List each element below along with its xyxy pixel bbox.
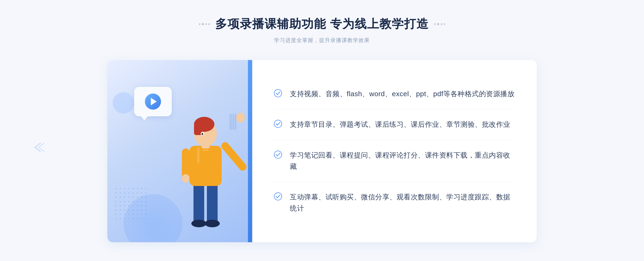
svg-rect-1 xyxy=(207,181,218,223)
play-icon xyxy=(145,94,161,110)
illustration-panel xyxy=(107,60,252,242)
page-wrapper: 多项录播课辅助功能 专为线上教学打造 学习进度全掌握，提升录播课教学效果 xyxy=(0,0,644,261)
feature-text-3: 学习笔记回看、课程提问、课程评论打分、课件资料下载，重点内容收藏 xyxy=(290,150,515,172)
feature-item-2: 支持章节目录、弹题考试、课后练习、课后作业、章节测验、批改作业 xyxy=(274,109,515,140)
left-decorative-dots xyxy=(199,23,210,25)
svg-rect-0 xyxy=(193,181,204,223)
page-subtitle: 学习进度全掌握，提升录播课教学效果 xyxy=(199,37,445,44)
svg-point-17 xyxy=(274,90,282,97)
check-icon-3 xyxy=(274,150,282,159)
check-icon-1 xyxy=(274,89,282,98)
small-circle-decoration xyxy=(113,92,134,114)
svg-rect-16 xyxy=(197,147,200,163)
svg-rect-15 xyxy=(202,150,209,151)
svg-rect-4 xyxy=(189,146,222,186)
feature-text-4: 互动弹幕、试听购买、微信分享、观看次数限制、学习进度跟踪、数据统计 xyxy=(290,192,515,214)
svg-rect-13 xyxy=(182,148,189,178)
page-title: 多项录播课辅助功能 专为线上教学打造 xyxy=(215,16,429,32)
svg-point-20 xyxy=(274,193,282,200)
svg-point-3 xyxy=(205,220,220,227)
title-row: 多项录播课辅助功能 专为线上教学打造 xyxy=(199,16,445,32)
svg-point-2 xyxy=(191,220,206,227)
feature-item-4: 互动弹幕、试听购买、微信分享、观看次数限制、学习进度跟踪、数据统计 xyxy=(274,182,515,223)
svg-point-18 xyxy=(274,120,282,128)
blue-accent-bar xyxy=(248,60,252,242)
header-section: 多项录播课辅助功能 专为线上教学打造 学习进度全掌握，提升录播课教学效果 xyxy=(199,16,445,44)
feature-item-3: 学习笔记回看、课程提问、课程评论打分、课件资料下载，重点内容收藏 xyxy=(274,140,515,182)
svg-point-14 xyxy=(182,174,189,183)
svg-point-19 xyxy=(274,151,282,158)
feature-text-1: 支持视频、音频、flash、word、excel、ppt、pdf等各种格式的资源… xyxy=(290,88,514,100)
feature-text-2: 支持章节目录、弹题考试、课后练习、课后作业、章节测验、批改作业 xyxy=(290,119,510,130)
check-icon-4 xyxy=(274,192,282,201)
svg-rect-11 xyxy=(220,141,248,172)
svg-point-12 xyxy=(236,113,245,122)
feature-item-1: 支持视频、音频、flash、word、excel、ppt、pdf等各种格式的资源… xyxy=(274,79,515,110)
svg-point-10 xyxy=(202,133,203,135)
right-decorative-dots xyxy=(434,23,445,25)
chevron-left-decoration xyxy=(32,142,46,155)
features-panel: 支持视频、音频、flash、word、excel、ppt、pdf等各种格式的资源… xyxy=(252,60,537,242)
check-icon-2 xyxy=(274,120,282,128)
dot-pattern-decoration xyxy=(115,188,148,221)
content-card: 支持视频、音频、flash、word、excel、ppt、pdf等各种格式的资源… xyxy=(107,60,537,242)
person-illustration xyxy=(163,92,248,242)
